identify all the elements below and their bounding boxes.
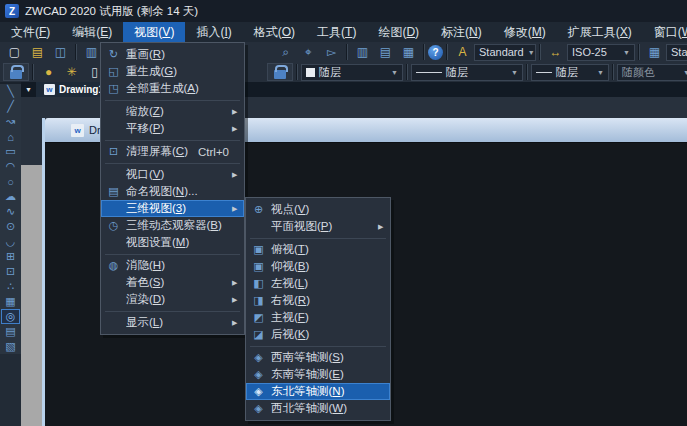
rectangle-tool[interactable]: ▭ xyxy=(1,144,20,159)
properties-palette-button[interactable]: ▥ xyxy=(351,43,374,61)
layer-freeze-icon[interactable]: ✳ xyxy=(60,63,83,81)
table-tool[interactable]: ▤ xyxy=(1,324,20,339)
menu-item-regen-all[interactable]: ◳ 全部重生成(A) xyxy=(101,80,244,97)
lineweight-value: 随层 xyxy=(556,65,578,80)
menu-item-sw-isometric[interactable]: ◈ 西南等轴测(S) xyxy=(246,349,390,366)
quick-select-button[interactable]: ▻ xyxy=(320,43,343,61)
line-tool[interactable]: ╲ xyxy=(1,84,20,99)
submenu-arrow-icon: ▶ xyxy=(232,171,241,179)
menu-draw[interactable]: 绘图(D) xyxy=(367,22,430,42)
color-control-combo[interactable]: 随层 ▼ xyxy=(301,64,403,81)
new-file-button[interactable]: ▢ xyxy=(3,43,26,61)
bottom-view-icon: ▣ xyxy=(246,260,271,273)
insert-block-tool[interactable]: ⊞ xyxy=(1,249,20,264)
menu-item-se-isometric[interactable]: ◈ 东南等轴测(E) xyxy=(246,366,390,383)
menu-edit[interactable]: 编辑(E) xyxy=(61,22,123,42)
table-style-value: Standard xyxy=(671,46,687,58)
help-icon[interactable]: ? xyxy=(428,45,443,60)
viewpoint-icon: ⊕ xyxy=(246,203,271,216)
dim-style-combo[interactable]: ISO-25 ▼ xyxy=(567,44,635,61)
linetype-control-combo[interactable]: 随层 ▼ xyxy=(411,64,523,81)
menu-format[interactable]: 格式(O) xyxy=(243,22,306,42)
menu-item-3d-orbit[interactable]: ◷ 三维动态观察器(B) xyxy=(101,217,244,234)
menu-item-top-view[interactable]: ▣ 俯视(T) xyxy=(246,241,390,258)
menu-item-pan[interactable]: 平移(P) ▶ xyxy=(101,120,244,137)
menu-item-named-views[interactable]: ▤ 命名视图(N)... xyxy=(101,183,244,200)
clean-screen-icon: ⊡ xyxy=(101,145,126,158)
save-file-button[interactable]: ◫ xyxy=(49,43,72,61)
menu-item-left-view[interactable]: ◧ 左视(L) xyxy=(246,275,390,292)
elliptical-arc-tool[interactable]: ◡ xyxy=(1,234,20,249)
layer-lock-button[interactable] xyxy=(267,63,293,81)
menu-item-front-view[interactable]: ◩ 主视(F) xyxy=(246,309,390,326)
menu-item-view-settings[interactable]: 视图设置(M) xyxy=(101,234,244,251)
menu-express-tools[interactable]: 扩展工具(X) xyxy=(557,22,643,42)
menu-item-3d-views[interactable]: 三维视图(3) ▶ xyxy=(101,200,244,217)
menu-dimension[interactable]: 标注(N) xyxy=(430,22,493,42)
menu-item-redraw[interactable]: ↻ 重画(R) xyxy=(101,46,244,63)
zoom-window-button[interactable]: ⌖ xyxy=(297,43,320,61)
table-style-combo[interactable]: Standard ▼ xyxy=(666,44,687,61)
text-style-combo[interactable]: Standard ▼ xyxy=(474,44,536,61)
menu-insert[interactable]: 插入(I) xyxy=(185,22,242,42)
menu-item-shade[interactable]: 着色(S) ▶ xyxy=(101,274,244,291)
polyline-tool[interactable]: ↝ xyxy=(1,114,20,129)
toolbar-separator xyxy=(638,44,640,60)
layer-on-off-icon[interactable]: ● xyxy=(37,63,60,81)
hide-icon: ◍ xyxy=(101,259,126,272)
menu-item-render[interactable]: 渲染(D) ▶ xyxy=(101,291,244,308)
menu-item-viewports[interactable]: 视口(V) ▶ xyxy=(101,166,244,183)
submenu-arrow-icon: ▶ xyxy=(232,205,241,213)
menu-item-ne-isometric[interactable]: ◈ 东北等轴测(N) xyxy=(246,383,390,400)
menu-item-regen[interactable]: ◱ 重生成(G) xyxy=(101,63,244,80)
menu-item-zoom[interactable]: 缩放(Z) ▶ xyxy=(101,103,244,120)
circle-tool[interactable]: ○ xyxy=(1,174,20,189)
tab-overflow-icon[interactable]: ▼ xyxy=(21,86,36,93)
hatch-tool[interactable]: ▦ xyxy=(1,294,20,309)
menu-separator xyxy=(246,343,390,349)
construction-line-tool[interactable]: ╱ xyxy=(1,99,20,114)
menu-item-hide[interactable]: ◍ 消隐(H) xyxy=(101,257,244,274)
point-tool[interactable]: ∴ xyxy=(1,279,20,294)
menu-item-viewpoint[interactable]: ⊕ 视点(V) xyxy=(246,201,390,218)
redraw-icon: ↻ xyxy=(101,48,126,61)
tool-palette-button[interactable]: ▦ xyxy=(397,43,420,61)
revision-cloud-tool[interactable]: ☁ xyxy=(1,189,20,204)
3d-views-submenu: ⊕ 视点(V) 平面视图(P) ▶ ▣ 俯视(T) ▣ 仰视(B) ◧ 左视(L… xyxy=(245,197,391,421)
layer-manager-button[interactable] xyxy=(3,63,29,81)
lineweight-control-combo[interactable]: 随层 ▼ xyxy=(531,64,609,81)
arc-tool[interactable]: ◠ xyxy=(1,159,20,174)
menu-item-nw-isometric[interactable]: ◈ 西北等轴测(W) xyxy=(246,400,390,417)
plot-style-combo[interactable]: 随颜色 ▼ xyxy=(617,64,687,81)
toolbar-separator xyxy=(423,44,425,60)
design-center-button[interactable]: ▤ xyxy=(374,43,397,61)
menu-view[interactable]: 视图(V) xyxy=(123,22,185,42)
create-block-tool[interactable]: ⊡ xyxy=(1,264,20,279)
menu-item-right-view[interactable]: ◨ 右视(R) xyxy=(246,292,390,309)
lineweight-sample-icon xyxy=(536,72,552,73)
submenu-arrow-icon: ▶ xyxy=(232,296,241,304)
menu-shortcut: Ctrl+0 xyxy=(198,146,229,158)
menu-item-bottom-view[interactable]: ▣ 仰视(B) xyxy=(246,258,390,275)
open-file-button[interactable]: ▤ xyxy=(26,43,49,61)
menu-file[interactable]: 文件(F) xyxy=(0,22,61,42)
ellipse-tool[interactable]: ⊙ xyxy=(1,219,20,234)
menu-separator xyxy=(246,235,390,241)
menu-window[interactable]: 窗口(W) xyxy=(643,22,687,42)
toolbar-separator xyxy=(612,64,614,80)
submenu-arrow-icon: ▶ xyxy=(378,223,387,231)
menu-item-clean-screen[interactable]: ⊡ 清理屏幕(C) Ctrl+0 xyxy=(101,143,244,160)
menu-tools[interactable]: 工具(T) xyxy=(306,22,367,42)
polygon-tool[interactable]: ⌂ xyxy=(1,129,20,144)
spline-tool[interactable]: ∿ xyxy=(1,204,20,219)
menu-item-display[interactable]: 显示(L) ▶ xyxy=(101,314,244,331)
region-tool[interactable]: ◎ xyxy=(1,309,20,324)
text-style-value: Standard xyxy=(479,46,524,58)
menu-item-plan-view[interactable]: 平面视图(P) ▶ xyxy=(246,218,390,235)
menu-separator xyxy=(101,308,244,314)
dim-style-icon: ↔ xyxy=(544,43,567,61)
menu-modify[interactable]: 修改(M) xyxy=(493,22,557,42)
zoom-realtime-button[interactable]: ⌕ xyxy=(274,43,297,61)
raster-image-tool[interactable]: ▧ xyxy=(1,339,20,354)
menu-item-back-view[interactable]: ◪ 后视(K) xyxy=(246,326,390,343)
